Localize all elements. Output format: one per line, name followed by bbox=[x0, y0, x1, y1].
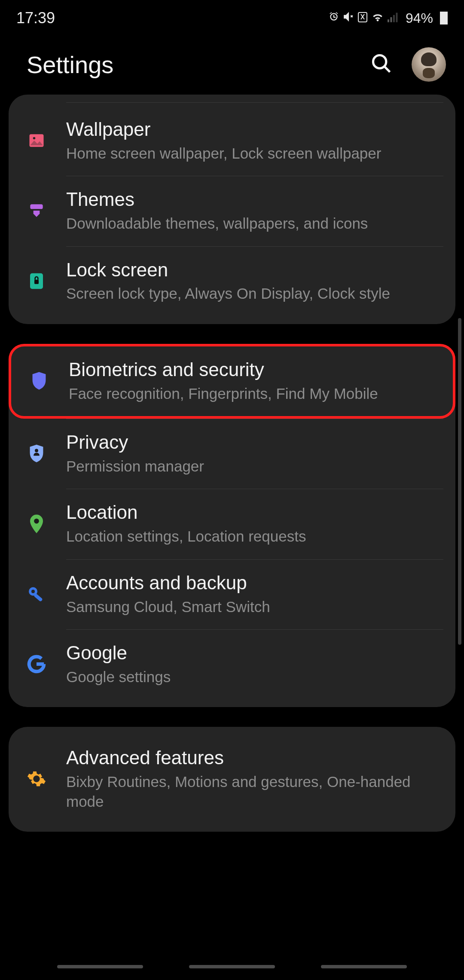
privacy-shield-icon bbox=[25, 442, 48, 465]
svg-rect-9 bbox=[30, 205, 43, 209]
status-indicators: 94% bbox=[328, 10, 448, 26]
svg-point-5 bbox=[373, 55, 386, 68]
svg-point-17 bbox=[35, 777, 38, 781]
wifi-icon bbox=[371, 11, 384, 25]
svg-rect-3 bbox=[393, 15, 395, 22]
svg-rect-16 bbox=[34, 593, 43, 602]
settings-item-biometrics-security[interactable]: Biometrics and security Face recognition… bbox=[9, 344, 455, 419]
profile-avatar[interactable] bbox=[412, 47, 446, 82]
page-title: Settings bbox=[27, 51, 113, 79]
svg-point-15 bbox=[31, 590, 35, 593]
battery-percent: 94% bbox=[406, 10, 433, 26]
settings-item-accounts-backup[interactable]: Accounts and backup Samsung Cloud, Smart… bbox=[9, 560, 455, 629]
wallpaper-icon bbox=[25, 129, 48, 152]
settings-item-advanced-features[interactable]: Advanced features Bixby Routines, Motion… bbox=[9, 735, 455, 824]
settings-group-appearance: Wallpaper Home screen wallpaper, Lock sc… bbox=[9, 95, 455, 324]
settings-group-security: Biometrics and security Face recognition… bbox=[9, 344, 455, 707]
settings-item-google[interactable]: Google Google settings bbox=[9, 630, 455, 699]
svg-line-6 bbox=[385, 67, 390, 72]
settings-item-subtitle: Google settings bbox=[66, 667, 443, 687]
svg-point-12 bbox=[35, 449, 38, 453]
settings-item-themes[interactable]: Themes Downloadable themes, wallpapers, … bbox=[9, 176, 455, 246]
settings-item-title: Themes bbox=[66, 188, 443, 211]
settings-item-title: Biometrics and security bbox=[69, 358, 441, 381]
settings-item-wallpaper[interactable]: Wallpaper Home screen wallpaper, Lock sc… bbox=[9, 106, 455, 176]
key-icon bbox=[25, 582, 48, 606]
battery-icon bbox=[440, 12, 448, 24]
svg-rect-2 bbox=[390, 17, 392, 22]
navigation-bar bbox=[0, 959, 464, 980]
search-icon[interactable] bbox=[370, 52, 393, 77]
settings-item-title: Wallpaper bbox=[66, 118, 443, 141]
location-pin-icon bbox=[25, 512, 48, 536]
settings-item-title: Privacy bbox=[66, 431, 443, 454]
settings-item-subtitle: Location settings, Location requests bbox=[66, 527, 443, 546]
alarm-icon bbox=[328, 11, 339, 25]
battery-saver-icon bbox=[357, 11, 368, 26]
signal-icon bbox=[388, 11, 399, 25]
gear-icon bbox=[25, 767, 48, 790]
nav-home[interactable] bbox=[189, 965, 275, 968]
nav-recents[interactable] bbox=[57, 965, 143, 968]
settings-item-subtitle: Home screen wallpaper, Lock screen wallp… bbox=[66, 144, 443, 163]
scrollbar[interactable] bbox=[458, 318, 461, 645]
themes-icon bbox=[25, 199, 48, 222]
mute-vibrate-icon bbox=[343, 11, 354, 25]
svg-rect-4 bbox=[396, 13, 397, 22]
header: Settings bbox=[0, 34, 464, 95]
settings-item-title: Accounts and backup bbox=[66, 572, 443, 594]
settings-item-lock-screen[interactable]: Lock screen Screen lock type, Always On … bbox=[9, 247, 455, 316]
settings-item-subtitle: Permission manager bbox=[66, 456, 443, 476]
nav-back[interactable] bbox=[321, 965, 407, 968]
settings-item-subtitle: Samsung Cloud, Smart Switch bbox=[66, 597, 443, 617]
lock-icon bbox=[25, 270, 48, 293]
svg-point-8 bbox=[33, 137, 36, 140]
settings-item-title: Advanced features bbox=[66, 747, 443, 769]
settings-group-advanced: Advanced features Bixby Routines, Motion… bbox=[9, 727, 455, 832]
svg-point-13 bbox=[34, 518, 39, 524]
status-bar: 17:39 94% bbox=[0, 0, 464, 34]
status-time: 17:39 bbox=[16, 9, 55, 27]
settings-item-title: Lock screen bbox=[66, 259, 443, 282]
settings-item-subtitle: Downloadable themes, wallpapers, and ico… bbox=[66, 214, 443, 233]
settings-item-title: Google bbox=[66, 642, 443, 665]
settings-item-title: Location bbox=[66, 501, 443, 524]
svg-rect-1 bbox=[388, 19, 389, 22]
svg-rect-11 bbox=[34, 279, 39, 284]
settings-item-subtitle: Screen lock type, Always On Display, Clo… bbox=[66, 284, 443, 303]
google-icon bbox=[25, 652, 48, 676]
settings-item-privacy[interactable]: Privacy Permission manager bbox=[9, 419, 455, 489]
shield-icon bbox=[27, 369, 51, 392]
settings-item-subtitle: Bixby Routines, Motions and gestures, On… bbox=[66, 772, 443, 811]
settings-item-location[interactable]: Location Location settings, Location req… bbox=[9, 489, 455, 559]
settings-item-subtitle: Face recognition, Fingerprints, Find My … bbox=[69, 384, 441, 404]
